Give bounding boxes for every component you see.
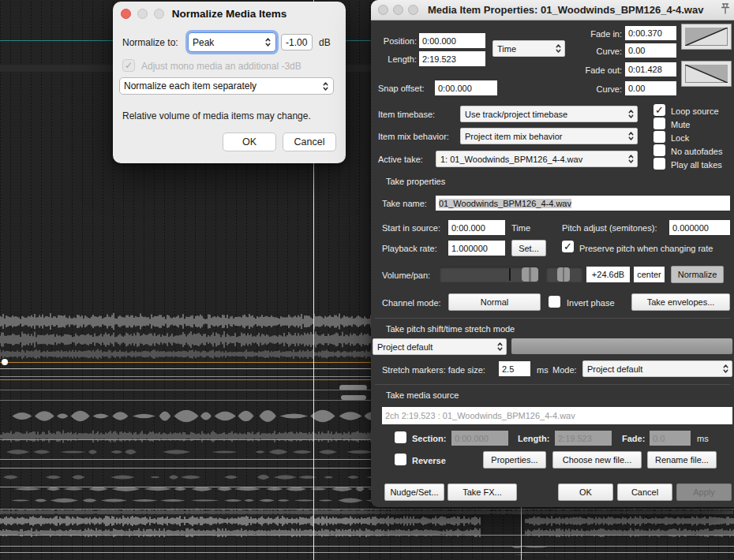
volume-slider[interactable] [440, 267, 539, 282]
ok-button[interactable]: OK [223, 133, 276, 151]
invert-phase-label: Invert phase [567, 298, 615, 308]
fade-out-label: Fade out: [575, 65, 622, 75]
volume-slider-handle[interactable] [522, 267, 538, 282]
position-field[interactable]: 0:00.000 [419, 33, 485, 48]
take-name-field[interactable]: 01_Woodwinds_BPM126_4-4.wav [436, 196, 730, 211]
volume-slider-tick [509, 268, 511, 281]
close-button[interactable] [378, 5, 388, 15]
active-take-select[interactable]: 1: 01_Woodwinds_BPM126_4-4.wav [436, 151, 638, 167]
titlebar[interactable]: Media Item Properties: 01_Woodwinds_BPM1… [371, 0, 734, 21]
position-label: Position: [378, 36, 417, 46]
fade-in-curve-field[interactable]: 0.00 [625, 43, 676, 58]
preserve-pitch-checkbox[interactable]: ✓ [562, 241, 574, 252]
fade-in-curve-label: Curve: [575, 47, 622, 56]
item-timebase-select[interactable]: Use track/project timebase [460, 106, 638, 122]
stretch-fade-field[interactable]: 2.5 [499, 361, 530, 376]
item-boundary-line [521, 506, 522, 560]
fade-out-shape-button[interactable] [681, 61, 732, 87]
fade-out-field[interactable]: 0:01.428 [625, 62, 676, 77]
normalize-mode-select[interactable]: Normalize each item separately [119, 77, 334, 95]
media-source-header: Take media source [386, 390, 459, 400]
fade-in-label: Fade in: [575, 29, 622, 39]
take-envelopes-button[interactable]: Take envelopes... [631, 293, 730, 311]
cancel-button[interactable]: Cancel [617, 483, 672, 501]
pitch-adjust-label: Pitch adjust (semitones): [562, 223, 657, 233]
db-unit-label: dB [319, 37, 331, 48]
loop-source-checkbox[interactable]: ✓ [653, 104, 665, 116]
fade-in-shape-button[interactable] [681, 24, 732, 50]
pitch-adjust-field[interactable]: 0.000000 [669, 220, 730, 235]
checkmark-icon: ✓ [653, 104, 665, 116]
media-item-properties-dialog: Media Item Properties: 01_Woodwinds_BPM1… [371, 0, 734, 507]
section-ms-label: ms [697, 434, 709, 443]
preserve-pitch-label: Preserve pitch when changing rate [579, 244, 713, 253]
media-source-field: 2ch 2:19.523 : 01_Woodwinds_BPM126_4-4.w… [382, 407, 732, 424]
start-in-source-label: Start in source: [382, 223, 440, 233]
lock-checkbox[interactable] [653, 131, 665, 143]
volume-pan-label: Volume/pan: [382, 271, 430, 280]
adjust-mono-checkbox[interactable]: ✓ [122, 59, 135, 72]
stretch-markers-label: Stretch markers: fade size: [382, 365, 485, 375]
stepper-arrows-icon [496, 341, 504, 353]
normalize-to-select[interactable]: Peak [188, 32, 276, 52]
fade-in-field[interactable]: 0:00.370 [625, 26, 676, 40]
pan-slider-handle[interactable] [557, 267, 570, 282]
reverse-checkbox[interactable] [395, 454, 406, 465]
choose-new-file-button[interactable]: Choose new file... [552, 451, 642, 469]
active-take-label: Active take: [378, 155, 423, 164]
pitch-mode-select[interactable]: Project default [373, 338, 507, 355]
pin-icon[interactable] [719, 2, 732, 17]
playback-rate-field[interactable]: 1.000000 [448, 241, 505, 256]
waveform-strip [0, 515, 481, 527]
normalize-to-label: Normalize to: [122, 37, 178, 48]
item-mix-select[interactable]: Project item mix behavior [460, 128, 638, 144]
snap-offset-field[interactable]: 0:00.000 [435, 80, 497, 95]
snap-offset-label: Snap offset: [378, 84, 425, 93]
no-autofades-checkbox[interactable] [653, 144, 665, 156]
rename-file-button[interactable]: Rename file... [647, 451, 717, 469]
envelope-point[interactable] [2, 359, 8, 365]
mute-checkbox[interactable] [653, 118, 665, 129]
length-field[interactable]: 2:19.523 [419, 51, 485, 66]
time-unit-select[interactable]: Time [492, 40, 565, 57]
set-rate-button[interactable]: Set... [511, 240, 546, 256]
minimize-button[interactable] [393, 5, 403, 15]
cancel-button[interactable]: Cancel [283, 133, 336, 151]
invert-phase-checkbox[interactable] [549, 296, 560, 308]
volume-value-field[interactable]: +24.6dB [586, 267, 630, 282]
nudge-set-button[interactable]: Nudge/Set... [384, 483, 444, 501]
section-divider [375, 384, 730, 385]
pitch-mode-header: Take pitch shift/time stretch mode [386, 324, 515, 334]
take-name-value: 01_Woodwinds_BPM126_4-4.wav [439, 199, 571, 208]
section-checkbox[interactable] [395, 431, 406, 443]
zoom-button[interactable] [408, 5, 418, 15]
adjust-mono-label: Adjust mono media an additional -3dB [141, 61, 301, 72]
section-fade-field: 0.0 [650, 431, 691, 446]
item-mix-label: Item mix behavior: [378, 132, 449, 141]
item-timebase-value: Use track/project timebase [465, 110, 567, 119]
fade-out-curve-label: Curve: [575, 84, 622, 94]
apply-button[interactable]: Apply [676, 483, 732, 501]
channel-mode-button[interactable]: Normal [448, 293, 541, 311]
track-separator [0, 552, 734, 553]
time-unit-value: Time [497, 44, 516, 54]
fade-out-curve-field[interactable]: 0.00 [625, 81, 676, 95]
ms-label: ms [537, 365, 549, 375]
take-fx-button[interactable]: Take FX... [448, 483, 517, 501]
normalize-button[interactable]: Normalize [671, 266, 724, 283]
db-input[interactable]: -1.00 [281, 34, 313, 50]
pan-slider[interactable] [546, 267, 582, 282]
channel-mode-label: Channel mode: [382, 298, 441, 308]
track-separator [0, 535, 734, 536]
checkmark-icon: ✓ [123, 60, 134, 71]
source-properties-button[interactable]: Properties... [483, 451, 546, 469]
stretch-mode-select[interactable]: Project default [582, 360, 732, 377]
ok-button[interactable]: OK [558, 483, 613, 501]
pan-value-field[interactable]: center [634, 267, 665, 282]
section-start-field: 0:00.000 [451, 431, 508, 446]
no-autofades-label: No autofades [671, 147, 722, 156]
start-in-source-field[interactable]: 0:00.000 [448, 220, 505, 235]
play-all-takes-checkbox[interactable] [653, 158, 665, 170]
section-fade-label: Fade: [622, 434, 645, 443]
waveform-strip [0, 527, 481, 537]
